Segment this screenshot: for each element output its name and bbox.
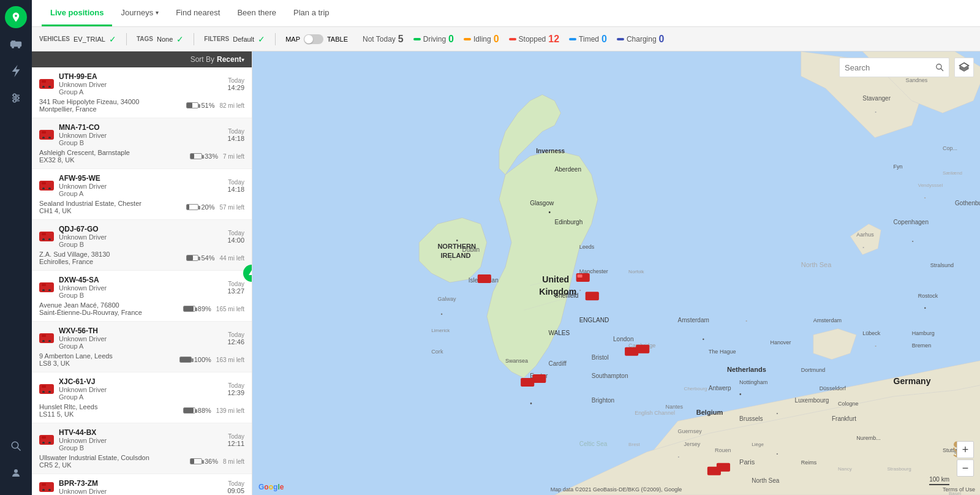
tab-plan-trip[interactable]: Plan a trip <box>285 0 338 26</box>
vehicle-left: DXW-45-SA Unknown Driver Group B <box>39 276 107 299</box>
sidebar-item-vehicles[interactable] <box>5 33 27 55</box>
status-timed[interactable]: Timed 0 <box>569 34 607 45</box>
svg-text:Fyn: Fyn <box>894 164 903 170</box>
battery-icon <box>186 102 198 108</box>
map-layers-button[interactable] <box>954 58 974 77</box>
battery-range: 7 mi left <box>223 153 244 160</box>
svg-text:Inverness: Inverness <box>536 148 565 154</box>
battery-range: 139 mi left <box>216 407 244 414</box>
battery-fill <box>187 103 192 108</box>
vehicle-left: AFW-95-WE Unknown Driver Group A <box>39 174 107 197</box>
status-stopped[interactable]: Stopped 12 <box>509 34 560 45</box>
svg-text:Guernsey: Guernsey <box>678 428 703 434</box>
filter-sep-2 <box>194 33 194 45</box>
svg-text:Stavanger: Stavanger <box>862 95 891 102</box>
svg-text:•: • <box>450 257 452 262</box>
vehicle-item[interactable]: HTV-44-BX Unknown Driver Group B Today 1… <box>32 423 252 474</box>
vehicle-row2: Sealand Industrial Estate, ChesterCH1 4,… <box>39 200 244 214</box>
tags-filter[interactable]: TAGS None ✓ <box>137 34 184 44</box>
vehicle-group: Group A <box>59 342 107 350</box>
svg-text:Brighton: Brighton <box>592 397 614 404</box>
terms-link[interactable]: Terms of Use <box>943 486 975 493</box>
vehicle-item[interactable]: MNA-71-CO Unknown Driver Group B Today 1… <box>32 118 252 169</box>
vehicle-id: MNA-71-CO <box>59 123 107 132</box>
zoom-out-button[interactable]: − <box>957 459 974 477</box>
svg-rect-35 <box>42 334 46 337</box>
status-idling[interactable]: Idling 0 <box>464 34 499 45</box>
vehicle-row2: Ullswater Industrial Estate, CoulsdonCR5… <box>39 454 244 469</box>
svg-text:Southampton: Southampton <box>592 372 628 379</box>
vehicle-date: Today <box>227 230 244 236</box>
vehicle-group: Group A <box>59 88 107 96</box>
map-marker-2 <box>586 292 599 300</box>
battery-range: 82 mi left <box>219 102 244 109</box>
vehicle-driver: Unknown Driver <box>59 386 107 393</box>
vehicle-item[interactable]: AFW-95-WE Unknown Driver Group A Today 1… <box>32 169 252 220</box>
vehicle-item[interactable]: BPR-73-ZM Unknown Driver Today 09:05 <box>32 474 252 495</box>
vehicle-left: XJC-61-VJ Unknown Driver Group A <box>39 377 107 401</box>
sidebar-item-search[interactable] <box>5 435 27 457</box>
svg-text:•: • <box>678 454 680 459</box>
svg-point-9 <box>16 97 19 100</box>
map-search-input[interactable] <box>845 63 933 72</box>
vehicles-filter[interactable]: VEHICLES EV_TRIAL ✓ <box>39 34 116 44</box>
vehicle-id: WXV-56-TH <box>59 327 107 335</box>
tab-been-there[interactable]: Been there <box>228 0 285 26</box>
sidebar-item-location[interactable] <box>5 6 27 28</box>
main-content: Live positions Journeys ▾ Find nearest B… <box>32 0 980 495</box>
sidebar-item-user[interactable] <box>5 462 27 484</box>
vehicle-item[interactable]: QDJ-67-GO Unknown Driver Group B Today 1… <box>32 220 252 271</box>
sidebar-item-controls[interactable] <box>5 87 27 109</box>
sidebar-item-lightning[interactable] <box>5 60 27 82</box>
svg-text:Paris: Paris <box>739 458 755 466</box>
vehicle-group: Group A <box>59 190 107 197</box>
svg-text:•: • <box>875 109 876 115</box>
sort-arrow[interactable]: ▾ <box>241 56 244 63</box>
svg-text:Aarhus: Aarhus <box>856 232 874 238</box>
vehicle-row1: MNA-71-CO Unknown Driver Group B Today 1… <box>39 123 244 146</box>
tab-find-nearest[interactable]: Find nearest <box>167 0 228 26</box>
driving-count: 0 <box>448 34 454 45</box>
charging-count: 0 <box>659 34 665 45</box>
vehicle-id: QDJ-67-GO <box>59 225 107 233</box>
svg-point-8 <box>13 94 17 97</box>
svg-text:The Hague: The Hague <box>709 349 736 355</box>
vehicle-group: Group B <box>59 292 107 299</box>
tab-journeys[interactable]: Journeys ▾ <box>112 0 167 26</box>
vehicle-row2: Avenue Jean Macé, 76800Saint-Étienne-Du-… <box>39 301 244 316</box>
status-charging[interactable]: Charging 0 <box>617 34 665 45</box>
svg-text:North Sea: North Sea <box>752 477 780 484</box>
svg-text:Swansea: Swansea <box>505 358 529 364</box>
map-marker-3 <box>478 274 491 283</box>
svg-rect-1 <box>12 40 16 42</box>
vehicle-item[interactable]: DXW-45-SA Unknown Driver Group B Today 1… <box>32 271 252 322</box>
not-today-label: Not Today <box>363 35 396 43</box>
svg-text:•: • <box>456 237 459 244</box>
vehicle-date: Today <box>227 433 244 440</box>
map-table-switch[interactable] <box>304 34 323 44</box>
filters-filter[interactable]: FILTERS Default ✓ <box>204 34 265 44</box>
svg-rect-39 <box>42 385 46 388</box>
tab-live-positions[interactable]: Live positions <box>42 0 112 26</box>
svg-text:United: United <box>542 274 569 284</box>
vehicle-id: UTH-99-EA <box>59 72 107 81</box>
zoom-in-button[interactable]: + <box>957 441 974 458</box>
battery-icon <box>190 153 202 159</box>
vehicle-item[interactable]: WXV-56-TH Unknown Driver Group A Today 1… <box>32 322 252 372</box>
map-table-toggle: MAP TABLE <box>285 34 348 44</box>
battery-icon <box>183 407 195 414</box>
svg-text:Dortmund: Dortmund <box>801 367 826 373</box>
svg-rect-15 <box>42 80 46 83</box>
status-driving[interactable]: Driving 0 <box>413 34 454 45</box>
filter-sep-1 <box>126 33 127 45</box>
svg-text:Rouen: Rouen <box>715 447 731 453</box>
svg-text:Jersey: Jersey <box>684 441 701 447</box>
svg-text:London: London <box>613 336 634 342</box>
vehicle-item[interactable]: XJC-61-VJ Unknown Driver Group A Today 1… <box>32 372 252 423</box>
status-not-today[interactable]: Not Today 5 <box>363 34 404 45</box>
vehicle-icon <box>39 181 54 191</box>
vehicle-item[interactable]: UTH-99-EA Unknown Driver Group A Today 1… <box>32 67 252 118</box>
vehicle-icon <box>39 79 54 89</box>
vehicle-time: Today 12:11 <box>227 433 244 447</box>
map-search-box[interactable] <box>839 58 949 77</box>
